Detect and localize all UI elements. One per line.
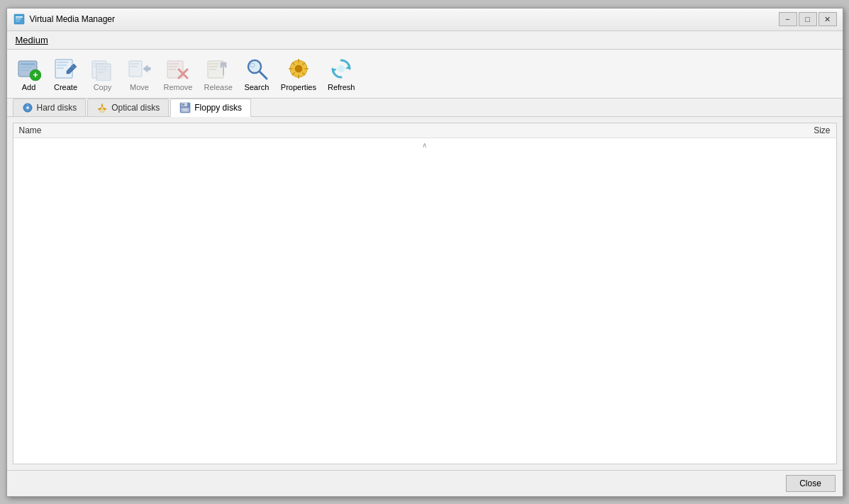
tab-optical-disks-label: Optical disks bbox=[111, 103, 160, 113]
svg-point-47 bbox=[27, 103, 28, 105]
svg-rect-51 bbox=[182, 103, 184, 106]
minimize-button[interactable]: − bbox=[779, 12, 797, 26]
column-header-size: Size bbox=[774, 125, 831, 135]
tab-floppy-disks[interactable]: Floppy disks bbox=[170, 99, 251, 117]
tab-hard-disks-label: Hard disks bbox=[37, 103, 77, 113]
create-button[interactable]: Create bbox=[48, 52, 84, 95]
collapse-arrow: ∧ bbox=[422, 141, 427, 149]
svg-rect-7 bbox=[21, 69, 29, 71]
svg-rect-34 bbox=[209, 69, 216, 70]
move-label: Move bbox=[130, 83, 149, 91]
svg-rect-26 bbox=[169, 63, 179, 65]
search-button[interactable]: Search bbox=[239, 52, 274, 95]
table-header: Name Size bbox=[13, 123, 836, 138]
release-button[interactable]: Release bbox=[199, 52, 237, 95]
svg-rect-24 bbox=[131, 66, 138, 67]
tab-hard-disks[interactable]: Hard disks bbox=[13, 99, 87, 116]
app-icon bbox=[13, 13, 26, 26]
remove-label: Remove bbox=[164, 83, 193, 91]
svg-rect-27 bbox=[169, 66, 177, 67]
svg-line-38 bbox=[260, 72, 267, 79]
svg-rect-12 bbox=[57, 65, 67, 66]
tab-optical-disks[interactable]: Optical disks bbox=[87, 99, 169, 116]
search-icon bbox=[244, 56, 270, 82]
footer: Close bbox=[7, 470, 843, 496]
svg-rect-3 bbox=[16, 21, 20, 22]
svg-point-46 bbox=[26, 106, 29, 109]
close-button[interactable]: Close bbox=[786, 475, 836, 492]
search-label: Search bbox=[244, 83, 269, 91]
move-button[interactable]: Move bbox=[122, 52, 157, 95]
svg-rect-20 bbox=[98, 69, 106, 70]
create-label: Create bbox=[54, 83, 77, 91]
svg-rect-5 bbox=[21, 63, 35, 65]
menu-medium[interactable]: Medium bbox=[10, 33, 54, 47]
create-icon bbox=[53, 56, 79, 82]
content-area: Name Size ∧ bbox=[13, 123, 837, 464]
refresh-icon bbox=[328, 56, 354, 82]
window-close-button[interactable]: ✕ bbox=[819, 12, 837, 26]
properties-button[interactable]: Properties bbox=[276, 52, 321, 95]
svg-rect-11 bbox=[57, 62, 68, 63]
svg-rect-21 bbox=[98, 72, 105, 73]
maximize-button[interactable]: □ bbox=[799, 12, 817, 26]
svg-rect-19 bbox=[98, 66, 108, 67]
hard-disk-tab-icon bbox=[22, 102, 33, 113]
svg-point-48 bbox=[99, 107, 105, 113]
svg-point-44 bbox=[338, 65, 345, 72]
floppy-disk-tab-icon bbox=[179, 102, 191, 113]
refresh-label: Refresh bbox=[328, 83, 355, 91]
window-title: Virtual Media Manager bbox=[30, 14, 779, 24]
title-bar-buttons: − □ ✕ bbox=[779, 12, 837, 26]
table-body[interactable]: ∧ bbox=[13, 138, 836, 464]
svg-rect-33 bbox=[209, 66, 218, 67]
copy-label: Copy bbox=[94, 83, 112, 91]
add-icon: + bbox=[16, 56, 42, 82]
tab-bar: Hard disks Optical disks bbox=[7, 99, 843, 117]
move-icon bbox=[127, 56, 152, 82]
column-header-name: Name bbox=[19, 125, 774, 135]
remove-icon bbox=[165, 56, 191, 82]
toolbar: + Add Create bbox=[7, 50, 843, 99]
svg-rect-32 bbox=[209, 63, 219, 65]
add-button[interactable]: + Add bbox=[11, 52, 47, 95]
svg-rect-53 bbox=[182, 108, 188, 111]
properties-label: Properties bbox=[281, 83, 316, 91]
svg-rect-28 bbox=[169, 69, 176, 70]
main-window: Virtual Media Manager − □ ✕ Medium + bbox=[6, 8, 843, 497]
svg-point-41 bbox=[295, 65, 302, 72]
refresh-button[interactable]: Refresh bbox=[323, 52, 360, 95]
title-bar: Virtual Media Manager − □ ✕ bbox=[7, 9, 843, 31]
add-label: Add bbox=[22, 83, 36, 91]
copy-button[interactable]: Copy bbox=[85, 52, 121, 95]
svg-rect-1 bbox=[16, 16, 23, 18]
properties-icon bbox=[286, 56, 311, 82]
svg-rect-23 bbox=[131, 63, 139, 65]
svg-rect-2 bbox=[16, 18, 21, 20]
optical-disk-tab-icon bbox=[96, 102, 108, 113]
svg-marker-42 bbox=[345, 65, 350, 69]
remove-button[interactable]: Remove bbox=[159, 52, 198, 95]
release-icon bbox=[206, 56, 231, 82]
copy-icon bbox=[90, 56, 116, 82]
svg-rect-13 bbox=[57, 67, 64, 69]
release-label: Release bbox=[204, 83, 232, 91]
svg-text:+: + bbox=[33, 70, 38, 80]
svg-marker-43 bbox=[333, 69, 337, 73]
svg-rect-6 bbox=[21, 67, 32, 68]
tab-floppy-disks-label: Floppy disks bbox=[194, 103, 242, 113]
menu-bar: Medium bbox=[7, 31, 843, 50]
